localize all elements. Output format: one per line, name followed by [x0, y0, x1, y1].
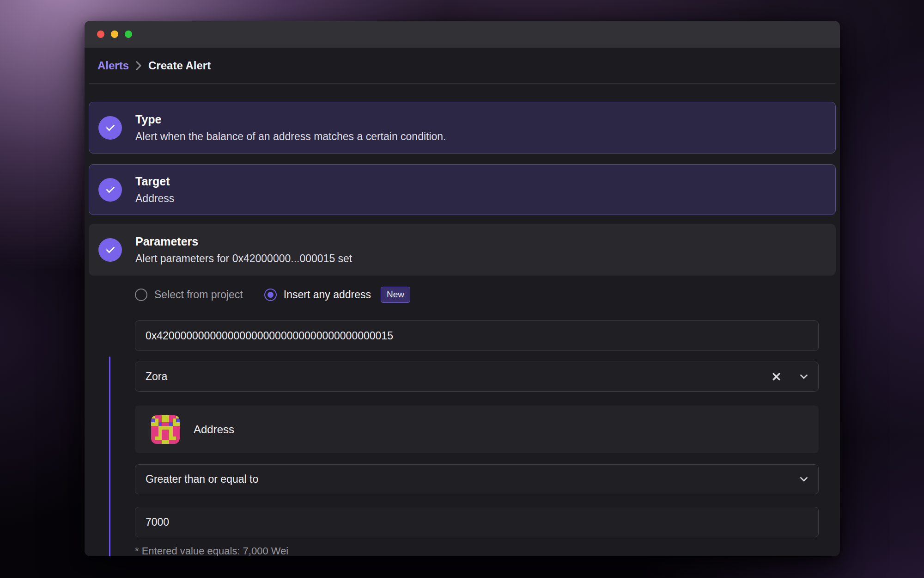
- close-window-button[interactable]: [97, 31, 104, 38]
- step-title-target: Target: [135, 175, 174, 188]
- step-subtitle-type: Alert when the balance of an address mat…: [135, 130, 446, 143]
- clear-icon[interactable]: [772, 372, 781, 381]
- content-area: Type Alert when the balance of an addres…: [85, 102, 840, 556]
- chevron-down-icon[interactable]: [800, 477, 808, 482]
- breadcrumb: Alerts Create Alert: [89, 48, 836, 84]
- zoom-window-button[interactable]: [125, 31, 132, 38]
- step-card-type[interactable]: Type Alert when the balance of an addres…: [89, 102, 836, 154]
- breadcrumb-alerts-link[interactable]: Alerts: [97, 59, 129, 72]
- step-complete-check-icon: [98, 178, 122, 202]
- traffic-lights: [97, 31, 132, 38]
- step-card-parameters[interactable]: Parameters Alert parameters for 0x420000…: [89, 224, 836, 276]
- network-select-value: Zora: [146, 370, 167, 383]
- parameters-form: Select from project Insert any address N…: [135, 287, 819, 556]
- create-alert-window: Alerts Create Alert Type Alert when the …: [85, 21, 840, 556]
- address-preview-card: Address: [135, 406, 819, 453]
- chevron-down-icon[interactable]: [800, 374, 808, 379]
- new-badge: New: [381, 287, 410, 303]
- threshold-value-input[interactable]: [135, 507, 819, 537]
- step-subtitle-target: Address: [135, 192, 174, 205]
- address-identicon: [151, 415, 180, 444]
- radio-on-icon: [264, 289, 277, 301]
- address-input[interactable]: [135, 320, 819, 351]
- radio-label: Select from project: [154, 289, 243, 301]
- network-select[interactable]: Zora: [135, 362, 819, 392]
- step-card-target[interactable]: Target Address: [89, 164, 836, 215]
- step-subtitle-parameters: Alert parameters for 0x42000000...000015…: [135, 252, 352, 265]
- step-complete-check-icon: [98, 116, 122, 140]
- chevron-right-icon: [135, 61, 142, 71]
- step-complete-check-icon: [98, 238, 122, 262]
- value-helper-text: * Entered value equals: 7,000 Wei: [135, 545, 819, 556]
- step-title-type: Type: [135, 113, 446, 126]
- minimize-window-button[interactable]: [111, 31, 118, 38]
- radio-insert-any-address[interactable]: Insert any address: [264, 289, 371, 301]
- titlebar: [85, 21, 840, 48]
- page-title: Create Alert: [148, 59, 211, 72]
- address-source-radio-group: Select from project Insert any address N…: [135, 287, 819, 303]
- step-title-parameters: Parameters: [135, 235, 352, 248]
- condition-select[interactable]: Greater than or equal to: [135, 464, 819, 494]
- address-preview-label: Address: [194, 423, 234, 436]
- condition-select-value: Greater than or equal to: [146, 473, 258, 486]
- radio-select-from-project[interactable]: Select from project: [135, 289, 243, 301]
- step-connector-line: [109, 357, 110, 556]
- radio-off-icon: [135, 289, 147, 301]
- radio-label: Insert any address: [284, 289, 371, 301]
